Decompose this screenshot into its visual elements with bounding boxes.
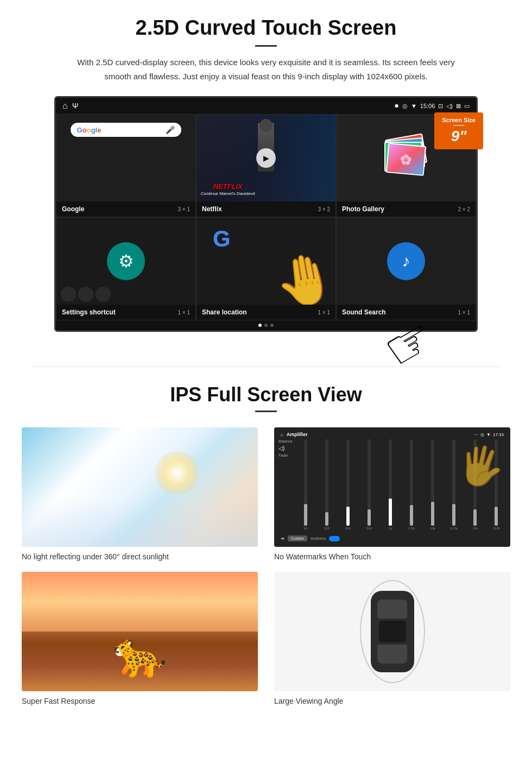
dot-2 [264,324,268,327]
feature-cheetah: 🐆 Super Fast Response [22,572,258,705]
section2-title: IPS Full Screen View [22,383,510,406]
car-roof [379,621,406,642]
amp-sidebar: Balance ◁) Fader [278,439,294,534]
netflix-badge: NETFLIX Continue Marvel's Daredevil [201,182,255,196]
cheetah-image: 🐆 [22,572,258,691]
section2-divider [255,411,277,412]
status-right: ✸ ◎ ▼ 15:06 ⊡ ◁) ⊠ ▭ [394,103,470,110]
custom-button[interactable]: Custom [288,535,307,541]
eq-bar-3: 200 [338,439,358,530]
eq-bar-7: 10k [423,439,442,530]
netflix-app-size: 3 × 2 [318,206,330,212]
share-app-cell[interactable]: G 🤚 Share location 1 × 1 [196,217,336,320]
car-body [371,591,414,672]
eq-bar-1: 60 [296,439,315,530]
custom-prev: ≪ [281,537,284,541]
cheetah-icon: 🐆 [113,629,167,680]
car-rear [377,645,407,664]
feature-amplifier: ⌂ Amplifier ⋯ ◎ ▼ 17:33 Balance ◁) [274,427,510,561]
netflix-logo-text: NETFLIX [201,182,255,191]
settings-app-size: 1 × 1 [178,310,190,316]
eq-bar-4: 500 [359,439,379,530]
fader-label: Fader [278,453,294,457]
netflix-label-row: Netflix 3 × 2 [197,201,335,217]
ips-section: IPS Full Screen View No light reflecting… [0,378,532,727]
pagination-dots [56,320,476,330]
music-icon: ♪ [387,242,425,280]
bluetooth-icon: ✸ [394,103,399,110]
amp-icons: ⋯ ◎ ▼ 17:33 [474,432,504,437]
google-app-name: Google [62,205,84,213]
sound-app-cell[interactable]: ♪ Sound Search 1 × 1 [336,217,476,320]
amplifier-caption: No Watermarks When Touch [274,552,510,561]
volume-icon: ◁) [446,103,453,110]
photo-stack: 🌸 [384,136,428,180]
mic-icon: 🎤 [166,125,175,134]
balance-label: Balance [278,439,294,443]
wifi-icon: ▼ [411,103,417,109]
car-image: ▼ [274,572,510,691]
status-left: ⌂ Ψ [62,101,78,111]
google-app-cell[interactable]: Google 🎤 Google 3 × 1 [56,114,196,217]
amp-footer: ≪ Custom loudness [278,534,506,542]
settings-app-cell[interactable]: ⚙ Settings shortcut 1 × 1 [56,217,196,320]
eq-bar-5: 1k [381,439,400,530]
maps-icon: G [213,226,231,252]
badge-size: 9" [442,128,476,145]
car-oval [360,580,425,683]
netflix-subtitle: Continue Marvel's Daredevil [201,191,255,196]
loudness-label: loudness [311,537,326,540]
photo-card-4: 🌸 [386,143,427,176]
settings-cell-bg: ⚙ [56,218,195,305]
sound-app-size: 1 × 1 [458,310,470,316]
google-label-row: Google 3 × 1 [56,201,195,217]
netflix-app-name: Netflix [202,205,222,213]
share-label-row: Share location 1 × 1 [197,305,335,320]
usb-icon: Ψ [72,102,79,110]
section-divider [33,367,499,367]
netflix-app-cell[interactable]: ▶ NETFLIX Continue Marvel's Daredevil Ne… [196,114,336,217]
car-bg: ▼ [274,572,510,691]
device-screen: ⌂ Ψ ✸ ◎ ▼ 15:06 ⊡ ◁) ⊠ ▭ [54,96,478,332]
settings-label-row: Settings shortcut 1 × 1 [56,305,195,320]
settings-cell-content: ⚙ [56,218,195,305]
screen-size-badge: Screen Size 9" [434,112,483,149]
settings-app-name: Settings shortcut [62,308,116,316]
amp-status-bar: ⌂ Amplifier ⋯ ◎ ▼ 17:33 [278,432,506,437]
feature-car: ▼ Large Viewing Angle [274,572,510,705]
share-app-size: 1 × 1 [318,310,330,316]
loudness-toggle[interactable] [329,536,340,541]
netflix-cell-bg: ▶ NETFLIX Continue Marvel's Daredevil [197,115,335,201]
car-caption: Large Viewing Angle [274,697,510,705]
gallery-app-size: 2 × 2 [458,206,470,212]
cheetah-caption: Super Fast Response [22,697,258,705]
app-grid-row1: Google 🎤 Google 3 × 1 [56,114,476,217]
google-cell-content: Google 🎤 [56,115,195,201]
google-app-size: 3 × 1 [178,206,190,212]
eq-bar-6: 2.5k [402,439,421,530]
home-icon: ⌂ [62,101,68,111]
close-icon: ⊠ [456,103,461,110]
sun-glow [155,451,199,495]
amp-time: 17:33 [493,432,504,437]
dot-1 [258,324,262,327]
device-mock: Screen Size 9" ⌂ Ψ ✸ ◎ ▼ 15:06 ⊡ ◁) ⊠ [54,96,478,332]
google-cell-bg: Google 🎤 [56,115,195,201]
google-search-bar[interactable]: Google 🎤 [71,123,182,137]
amplifier-bg: ⌂ Amplifier ⋯ ◎ ▼ 17:33 Balance ◁) [274,427,510,547]
feature-sunlight: No light reflecting under 360° direct su… [22,427,258,561]
section1-title: 2.5D Curved Touch Screen [33,16,499,40]
play-button[interactable]: ▶ [256,148,276,168]
amp-title: Amplifier [287,432,308,437]
sound-cell-bg: ♪ [337,218,476,305]
share-app-name: Share location [202,308,247,316]
section1-description: With 2.5D curved-display screen, this de… [76,55,456,83]
google-logo: Google [77,126,102,134]
settings-icon: ⚙ [107,242,145,280]
cheetah-bg: 🐆 [22,572,258,691]
curved-screen-section: 2.5D Curved Touch Screen With 2.5D curve… [0,0,532,345]
gallery-label-row: Photo Gallery 2 × 2 [337,201,476,217]
amp-home-icon: ⌂ [281,432,283,437]
gallery-app-name: Photo Gallery [342,205,384,213]
share-cell-bg: G 🤚 [197,218,335,305]
